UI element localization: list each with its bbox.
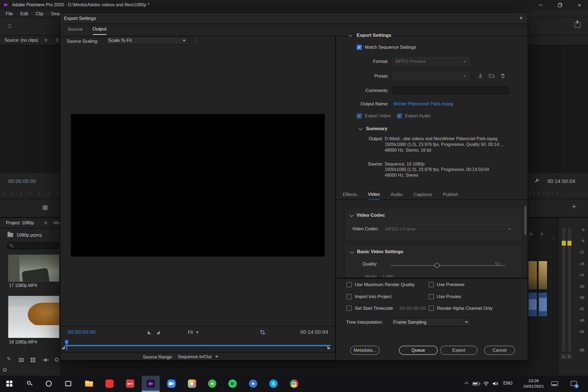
clip-thumbnail-18[interactable] (8, 296, 59, 338)
movie-maker-app-button[interactable] (188, 379, 197, 388)
restore-button[interactable] (551, 0, 568, 10)
tray-expand-caret-icon[interactable] (464, 382, 469, 386)
set-start-timecode-checkbox[interactable] (347, 306, 352, 311)
timeline-options-icon[interactable] (3, 368, 7, 372)
language-indicator[interactable]: ENG (503, 381, 513, 386)
blue-app-button[interactable] (249, 379, 258, 388)
minimize-button[interactable] (532, 0, 549, 10)
menu-file[interactable]: File (6, 11, 13, 16)
metadata-button[interactable]: Metadata... (350, 346, 379, 355)
scrollbar-thumb[interactable] (524, 206, 526, 235)
settings-wrench-icon[interactable] (534, 178, 540, 183)
tab-source-monitor[interactable]: Source: (no clips) (5, 38, 38, 42)
match-sequence-checkbox[interactable] (357, 45, 362, 50)
solo-button-right[interactable]: S (566, 354, 571, 359)
clip-thumbnail-17[interactable] (8, 255, 59, 281)
tab-audio[interactable]: Audio (391, 192, 403, 200)
clock[interactable]: 23:26 24/01/2021 (519, 378, 548, 389)
close-window-button[interactable]: × (571, 0, 588, 10)
render-alpha-only-checkbox[interactable] (429, 306, 434, 311)
chevron-expand-icon[interactable] (359, 127, 363, 130)
mp3-app-button[interactable]: MP3 (125, 379, 134, 388)
dialog-close-icon[interactable]: × (519, 15, 523, 21)
home-icon[interactable]: ⌂ (8, 22, 12, 30)
save-preset-icon[interactable] (477, 73, 483, 79)
preview-scrubber[interactable] (65, 345, 331, 346)
volume-icon[interactable] (492, 381, 498, 386)
zoom-app-button[interactable] (167, 379, 176, 388)
tab-media-browser-partial[interactable]: Me (54, 220, 60, 225)
set-out-point-icon[interactable] (156, 331, 160, 334)
tab-source[interactable]: Source (68, 27, 83, 35)
quick-export-icon[interactable] (574, 23, 580, 28)
premiere-taskbar-button[interactable]: Pr (146, 379, 155, 388)
zoom-level-dropdown[interactable]: Fit (188, 330, 199, 335)
crop-icon[interactable] (259, 329, 265, 335)
comments-input[interactable] (392, 87, 509, 94)
menu-clip[interactable]: Clip (36, 11, 43, 16)
file-explorer-button[interactable] (84, 379, 93, 388)
range-handle-right[interactable] (327, 346, 331, 349)
clip-label[interactable]: 17 1080p.MP4 (9, 283, 37, 288)
output-name-link[interactable]: Winter Pittencrief Park.mpeg (393, 101, 453, 106)
project-search-box[interactable] (7, 242, 59, 249)
tab-captions[interactable]: Captions (414, 192, 432, 200)
task-view-button[interactable] (64, 379, 73, 388)
delete-preset-trash-icon[interactable] (500, 73, 506, 79)
clip-label[interactable]: 18 1080p.MP4 (9, 340, 37, 344)
time-interpolation-dropdown[interactable]: Frame Sampling (390, 318, 471, 326)
source-scaling-dropdown[interactable]: Scale To Fit (105, 36, 189, 45)
quality-slider-track[interactable] (391, 265, 505, 266)
project-file-label[interactable]: 1080p.prproj (17, 232, 42, 238)
list-view-icon[interactable] (19, 358, 24, 362)
battery-icon[interactable] (473, 382, 479, 385)
start-button[interactable] (5, 379, 14, 388)
source-range-dropdown[interactable]: Sequence In/Out (178, 354, 218, 359)
timeline-audio-clip[interactable] (528, 292, 537, 317)
use-previews-checkbox[interactable] (429, 282, 434, 287)
green-app-button[interactable] (208, 379, 217, 388)
cortana-button[interactable] (44, 379, 53, 388)
add-button-icon[interactable]: + (571, 202, 576, 212)
tab-project[interactable]: Project: 1080p (6, 220, 34, 225)
import-into-project-checkbox[interactable] (347, 294, 352, 299)
read-only-pencil-icon[interactable]: ✎ (7, 356, 11, 362)
range-handle-left[interactable] (62, 346, 65, 349)
tab-video[interactable]: Video (368, 192, 380, 200)
panel-menu-icon[interactable]: ≡ (44, 220, 47, 226)
cancel-button[interactable]: Cancel (484, 346, 515, 355)
preview-current-timecode[interactable]: 00:00:00:00 (68, 329, 96, 335)
spotify-app-button[interactable] (228, 379, 237, 388)
tab-effects[interactable]: Effects (343, 192, 357, 200)
quality-slider-handle[interactable] (435, 263, 440, 268)
adobe-app-button[interactable] (105, 379, 114, 388)
menu-edit[interactable]: Edit (20, 11, 28, 16)
solo-button-left[interactable]: S (561, 354, 566, 359)
use-proxies-checkbox[interactable] (429, 294, 434, 299)
zoom-slider-icon[interactable] (43, 360, 49, 360)
playhead[interactable] (65, 340, 68, 345)
set-in-point-icon[interactable] (148, 331, 151, 334)
wifi-icon[interactable] (483, 381, 489, 386)
icon-view-icon[interactable] (31, 358, 35, 362)
tab-effect-controls-partial[interactable]: E (56, 38, 59, 42)
timeline-audio-clip[interactable] (538, 292, 547, 317)
drag-video-icon[interactable] (43, 205, 48, 210)
search-input[interactable] (15, 243, 53, 248)
panel-menu-icon[interactable]: ≡ (44, 37, 47, 43)
timeline-video-clip[interactable] (538, 261, 547, 290)
taskbar-search-button[interactable] (25, 379, 34, 388)
export-button[interactable]: Export (440, 346, 477, 355)
use-max-render-quality-checkbox[interactable] (347, 282, 352, 287)
skype-app-button[interactable]: S (269, 379, 278, 388)
dialog-titlebar[interactable]: Export Settings × (60, 13, 528, 24)
timeline-video-clip[interactable] (528, 261, 537, 290)
sort-icon[interactable] (55, 358, 59, 362)
chevron-expand-icon[interactable] (350, 250, 354, 254)
import-preset-folder-icon[interactable] (489, 73, 495, 79)
tab-output[interactable]: Output (93, 26, 107, 35)
tab-publish[interactable]: Publish (443, 192, 458, 200)
queue-button[interactable]: Queue (399, 346, 438, 355)
chrome-app-button[interactable] (289, 379, 298, 388)
touch-keyboard-icon[interactable] (551, 381, 558, 386)
